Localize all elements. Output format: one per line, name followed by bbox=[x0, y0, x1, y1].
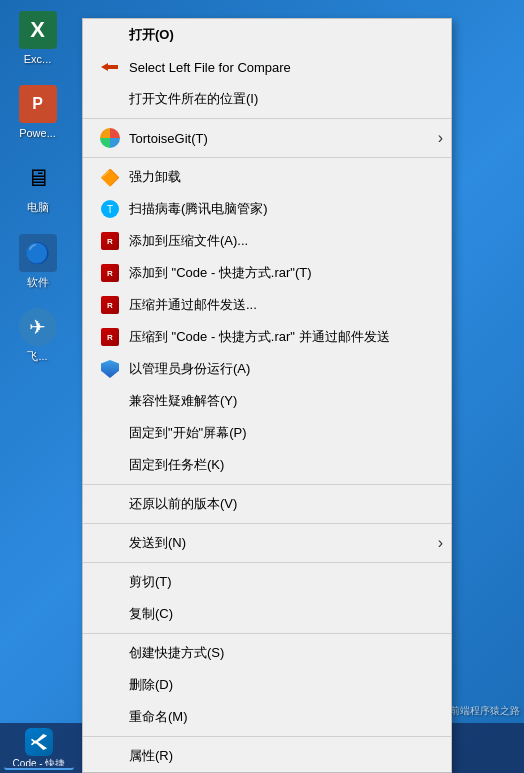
menu-scan-virus-label: 扫描病毒(腾讯电脑管家) bbox=[129, 200, 268, 218]
menu-item-open-location[interactable]: 打开文件所在的位置(I) bbox=[83, 83, 451, 115]
menu-compat-label: 兼容性疑难解答(Y) bbox=[129, 392, 237, 410]
desktop-icon-powerpoint[interactable]: P Powe... bbox=[4, 84, 72, 140]
open-icon bbox=[99, 24, 121, 46]
taskbar-vscode-label: Code - 快捷方式 bbox=[13, 758, 66, 766]
computer-icon: 🖥 bbox=[18, 158, 58, 198]
desktop-icon-pc[interactable]: 🖥 电脑 bbox=[4, 158, 72, 214]
restore-version-icon bbox=[99, 493, 121, 515]
menu-force-uninstall-label: 强力卸载 bbox=[129, 168, 181, 186]
desktop-icon-fly[interactable]: ✈ 飞... bbox=[4, 307, 72, 363]
compat-icon bbox=[99, 390, 121, 412]
properties-icon bbox=[99, 745, 121, 767]
desktop-icon-software[interactable]: 🔵 软件 bbox=[4, 233, 72, 289]
menu-add-zip-label: 添加到压缩文件(A)... bbox=[129, 232, 248, 250]
zip-email-icon: R bbox=[99, 294, 121, 316]
menu-copy-label: 复制(C) bbox=[129, 605, 173, 623]
menu-open-location-label: 打开文件所在的位置(I) bbox=[129, 90, 258, 108]
vscode-taskbar-icon bbox=[25, 728, 53, 756]
menu-item-delete[interactable]: 删除(D) bbox=[83, 669, 451, 701]
menu-item-force-uninstall[interactable]: 🔶 强力卸载 bbox=[83, 161, 451, 193]
menu-zip-email-label: 压缩并通过邮件发送... bbox=[129, 296, 257, 314]
pin-start-icon bbox=[99, 422, 121, 444]
scan-virus-icon: T bbox=[99, 198, 121, 220]
rar-email-icon: R bbox=[99, 326, 121, 348]
divider-5 bbox=[83, 562, 451, 563]
menu-rename-label: 重命名(M) bbox=[129, 708, 188, 726]
divider-1 bbox=[83, 118, 451, 119]
menu-item-rar-email[interactable]: R 压缩到 "Code - 快捷方式.rar" 并通过邮件发送 bbox=[83, 321, 451, 353]
menu-properties-label: 属性(R) bbox=[129, 747, 173, 765]
force-uninstall-icon: 🔶 bbox=[99, 166, 121, 188]
menu-item-copy[interactable]: 复制(C) bbox=[83, 598, 451, 630]
menu-cut-label: 剪切(T) bbox=[129, 573, 172, 591]
menu-item-restore-version[interactable]: 还原以前的版本(V) bbox=[83, 488, 451, 520]
menu-item-properties[interactable]: 属性(R) bbox=[83, 740, 451, 772]
menu-add-rar-label: 添加到 "Code - 快捷方式.rar"(T) bbox=[129, 264, 312, 282]
menu-item-tortoisegit[interactable]: TortoiseGit(T) bbox=[83, 122, 451, 154]
menu-pin-start-label: 固定到"开始"屏幕(P) bbox=[129, 424, 247, 442]
fly-icon: ✈ bbox=[18, 307, 58, 347]
desktop-icons-container: X Exc... P Powe... 🖥 电脑 🔵 软件 ✈ bbox=[0, 0, 75, 773]
menu-item-run-admin[interactable]: 以管理员身份运行(A) bbox=[83, 353, 451, 385]
taskbar-item-vscode[interactable]: Code - 快捷方式 bbox=[4, 726, 74, 770]
divider-3 bbox=[83, 484, 451, 485]
menu-send-to-label: 发送到(N) bbox=[129, 534, 186, 552]
menu-pin-taskbar-label: 固定到任务栏(K) bbox=[129, 456, 224, 474]
ppt-icon: P bbox=[18, 84, 58, 124]
menu-item-compat[interactable]: 兼容性疑难解答(Y) bbox=[83, 385, 451, 417]
cut-icon bbox=[99, 571, 121, 593]
desktop-icon-software-label: 软件 bbox=[27, 276, 49, 289]
rename-icon bbox=[99, 706, 121, 728]
menu-item-pin-start[interactable]: 固定到"开始"屏幕(P) bbox=[83, 417, 451, 449]
menu-item-pin-taskbar[interactable]: 固定到任务栏(K) bbox=[83, 449, 451, 481]
add-rar-icon: R bbox=[99, 262, 121, 284]
divider-6 bbox=[83, 633, 451, 634]
menu-rar-email-label: 压缩到 "Code - 快捷方式.rar" 并通过邮件发送 bbox=[129, 328, 390, 346]
menu-restore-version-label: 还原以前的版本(V) bbox=[129, 495, 237, 513]
pin-taskbar-icon bbox=[99, 454, 121, 476]
menu-create-shortcut-label: 创建快捷方式(S) bbox=[129, 644, 224, 662]
desktop-icon-fly-label: 飞... bbox=[27, 350, 47, 363]
divider-7 bbox=[83, 736, 451, 737]
context-menu: 打开(O) Select Left File for Compare 打开文件所… bbox=[82, 18, 452, 773]
menu-item-send-to[interactable]: 发送到(N) bbox=[83, 527, 451, 559]
menu-item-add-zip[interactable]: R 添加到压缩文件(A)... bbox=[83, 225, 451, 257]
desktop-icon-pc-label: 电脑 bbox=[27, 201, 49, 214]
menu-item-create-shortcut[interactable]: 创建快捷方式(S) bbox=[83, 637, 451, 669]
desktop: X Exc... P Powe... 🖥 电脑 🔵 软件 ✈ bbox=[0, 0, 524, 773]
divider-2 bbox=[83, 157, 451, 158]
menu-item-cut[interactable]: 剪切(T) bbox=[83, 566, 451, 598]
menu-item-add-rar[interactable]: R 添加到 "Code - 快捷方式.rar"(T) bbox=[83, 257, 451, 289]
desktop-icon-ppt-label: Powe... bbox=[19, 127, 56, 140]
menu-select-left-label: Select Left File for Compare bbox=[129, 60, 291, 75]
send-to-icon bbox=[99, 532, 121, 554]
tortoisegit-icon bbox=[99, 127, 121, 149]
software-icon: 🔵 bbox=[18, 233, 58, 273]
menu-item-rename[interactable]: 重命名(M) bbox=[83, 701, 451, 733]
menu-delete-label: 删除(D) bbox=[129, 676, 173, 694]
desktop-icon-excel-label: Exc... bbox=[24, 53, 52, 66]
menu-item-open[interactable]: 打开(O) bbox=[83, 19, 451, 51]
create-shortcut-icon bbox=[99, 642, 121, 664]
add-zip-icon: R bbox=[99, 230, 121, 252]
delete-icon bbox=[99, 674, 121, 696]
menu-run-admin-label: 以管理员身份运行(A) bbox=[129, 360, 250, 378]
excel-icon: X bbox=[18, 10, 58, 50]
menu-open-label: 打开(O) bbox=[129, 26, 174, 44]
select-left-icon bbox=[99, 56, 121, 78]
run-admin-icon bbox=[99, 358, 121, 380]
desktop-icon-excel[interactable]: X Exc... bbox=[4, 10, 72, 66]
menu-item-select-left[interactable]: Select Left File for Compare bbox=[83, 51, 451, 83]
copy-icon bbox=[99, 603, 121, 625]
menu-item-scan-virus[interactable]: T 扫描病毒(腾讯电脑管家) bbox=[83, 193, 451, 225]
menu-item-zip-email[interactable]: R 压缩并通过邮件发送... bbox=[83, 289, 451, 321]
menu-tortoisegit-label: TortoiseGit(T) bbox=[129, 131, 208, 146]
divider-4 bbox=[83, 523, 451, 524]
open-location-icon bbox=[99, 88, 121, 110]
